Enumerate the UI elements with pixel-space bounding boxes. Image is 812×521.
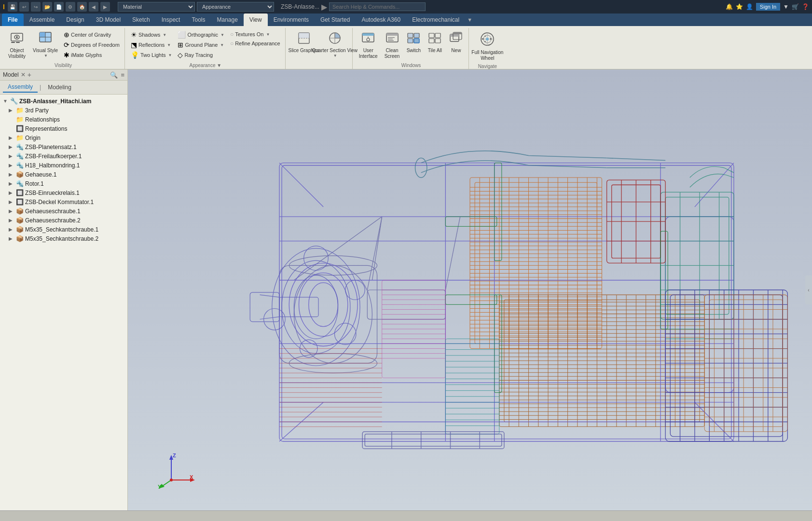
halbmond-label: H18_Halbmondring.1 [25,162,80,169]
view-panel: Model ✕ + 🔍 ≡ Assembly | Modeling ▼ 🔧 ZS… [0,69,812,510]
visual-style-button[interactable]: Visual Style ▼ [31,30,60,59]
svg-text:▶: ▶ [490,37,492,40]
center-of-gravity-button[interactable]: ⊕ Center of Gravity [62,30,122,40]
home-btn[interactable]: 🏠 [77,2,87,12]
model-add-icon[interactable]: + [28,71,31,79]
refine-dot: ○ [230,40,234,47]
svg-point-17 [367,38,370,41]
modeling-tab[interactable]: Modeling [43,82,76,92]
tab-tools[interactable]: Tools [186,14,211,26]
tree-einrueckrelais[interactable]: ▶ 🔲 ZSB-Einrueckrelais.1 [0,188,127,197]
refine-appearance-button[interactable]: ○ Refine Appearance [228,39,282,48]
material-selector[interactable]: Material [118,2,195,12]
tree-halbmondring[interactable]: ▶ 🔩 H18_Halbmondring.1 [0,161,127,170]
viewport[interactable]: Z X Y ‹ [128,69,812,510]
tile-all-button[interactable]: Tile All [425,30,444,55]
degrees-of-freedom-button[interactable]: ⟳ Degrees of Freedom [62,40,122,50]
help-icon[interactable]: ❓ [802,3,809,10]
tab-design[interactable]: Design [60,14,90,26]
new-doc-btn[interactable]: 📄 [54,2,64,12]
notification-icon[interactable]: 🔔 [726,3,733,10]
two-lights-button[interactable]: 💡 Two Lights ▼ [129,50,174,60]
svg-rect-29 [435,33,440,38]
model-close-icon[interactable]: ✕ [21,71,26,78]
settings-btn[interactable]: ⚙ [66,2,75,12]
full-navigation-wheel-button[interactable]: ▲ ▶ ▼ ◀ Full NavigationWheel [473,30,502,63]
einrueck-icon: 🔲 [16,189,24,196]
tab-manage[interactable]: Manage [211,14,243,26]
tree-planetensatz[interactable]: ▶ 🔩 ZSB-Planetensatz.1 [0,142,127,151]
tree-freilaufkoerper[interactable]: ▶ 🔩 ZSB-Freilaufkoerper.1 [0,151,127,161]
back-btn[interactable]: ◀ [89,2,98,12]
quarter-section-button[interactable]: Quarter Section View ▼ [320,30,349,59]
full-navigation-wheel-label: Full NavigationWheel [471,50,503,61]
sechkant2-label: M5x35_Sechkantschraube.2 [25,235,98,242]
tree-representations[interactable]: 🔲 Representations [0,124,127,133]
einrueck-expand: ▶ [9,190,14,195]
imate-glyphs-button[interactable]: ✱ iMate Glyphs [62,50,122,60]
tab-getstarted[interactable]: Get Started [315,14,356,26]
cart-icon[interactable]: 🛒 [792,3,799,10]
user-icon[interactable]: 👤 [746,3,753,10]
tab-environments[interactable]: Environments [268,14,315,26]
reflections-button[interactable]: ⬔ Reflections ▼ [129,40,174,50]
open-btn[interactable]: 📂 [42,2,52,12]
tree-deckel[interactable]: ▶ 🔲 ZSB-Deckel Kommutator.1 [0,197,127,206]
tree-gehaeuse[interactable]: ▶ 📦 Gehaeuse.1 [0,170,127,179]
planetensatz-icon: 🔩 [16,143,24,151]
object-visibility-button[interactable]: ObjectVisibility [5,30,29,61]
undo-btn[interactable]: ↩ [19,2,29,12]
new-window-button[interactable]: New [446,30,466,55]
appearance-group-label: Appearance ▼ [190,62,222,68]
tree-rotor[interactable]: ▶ 🔩 Rotor.1 [0,179,127,188]
tree-origin[interactable]: ▶ 📁 Origin [0,133,127,142]
clean-screen-button[interactable]: CleanScreen [382,30,402,61]
model-search-icon[interactable]: 🔍 [110,71,118,79]
tab-file[interactable]: File [2,14,24,26]
orthographic-button[interactable]: ⬜ Orthographic ▼ [176,30,226,40]
appearance-col2: ⬜ Orthographic ▼ ⊞ Ground Plane ▼ ◇ Ray … [176,30,226,60]
appearance-content: ☀ Shadows ▼ ⬔ Reflections ▼ 💡 Two Lights… [129,30,282,62]
tab-3dmodel[interactable]: 3D Model [90,14,126,26]
shadows-button[interactable]: ☀ Shadows ▼ [129,30,174,40]
switch-button[interactable]: Switch [404,30,423,55]
save-btn[interactable]: 💾 [8,2,17,12]
tree-relationships[interactable]: 📁 Relationships [0,115,127,124]
tab-electromechanical[interactable]: Electromechanical [406,14,465,26]
tree-gehaeuseschraube1[interactable]: ▶ 📦 Gehaeuseschraube.1 [0,206,127,216]
tab-sketch[interactable]: Sketch [126,14,156,26]
tab-inspect[interactable]: Inspect [156,14,186,26]
appearance-selector[interactable]: Appearance [197,2,274,12]
tree-gehaeuseschraube2[interactable]: ▶ 📦 Gehaeuseschraube.2 [0,216,127,225]
tab-view[interactable]: View [244,14,268,26]
windows-content: UserInterface CleanScreen [357,30,466,62]
tab-assemble[interactable]: Assemble [24,14,61,26]
textures-on-button[interactable]: ○ Textures On ▼ [228,30,282,39]
more-options-icon[interactable]: ▼ [783,3,789,10]
textures-on-dot: ○ [230,31,234,38]
redo-btn[interactable]: ↪ [31,2,41,12]
root-expand: ▼ [3,98,9,104]
sign-in-button[interactable]: Sign In [756,3,780,11]
tree-sechkant1[interactable]: ▶ 📦 M5x35_Sechkantschraube.1 [0,225,127,234]
ground-plane-button[interactable]: ⊞ Ground Plane ▼ [176,40,226,50]
sechkant2-icon: 📦 [16,235,24,242]
tree-3rdparty[interactable]: ▶ 📁 3rd Party [0,106,127,115]
svg-text:▲: ▲ [484,34,486,37]
user-interface-button[interactable]: UserInterface [357,30,380,61]
tab-autodesk[interactable]: Autodesk A360 [356,14,406,26]
svg-rect-20 [386,33,398,36]
forward-btn[interactable]: ▶ [100,2,110,12]
quarter-section-icon [328,31,342,47]
rotor-label: Rotor.1 [25,180,44,187]
right-panel-handle[interactable]: ‹ [805,275,812,304]
ground-plane-dropdown: ▼ [220,43,224,47]
tree-sechkant2[interactable]: ▶ 📦 M5x35_Sechkantschraube.2 [0,234,127,243]
star-icon[interactable]: ⭐ [736,3,743,10]
ray-tracing-button[interactable]: ◇ Ray Tracing [176,50,226,60]
search-input[interactable] [329,2,426,11]
model-menu-icon[interactable]: ≡ [121,71,124,79]
tree-root[interactable]: ▼ 🔧 ZSB-Anlasser_Hitachi.iam [0,96,127,106]
tab-more[interactable]: ▼ [467,17,472,23]
assembly-tab[interactable]: Assembly [3,82,38,93]
